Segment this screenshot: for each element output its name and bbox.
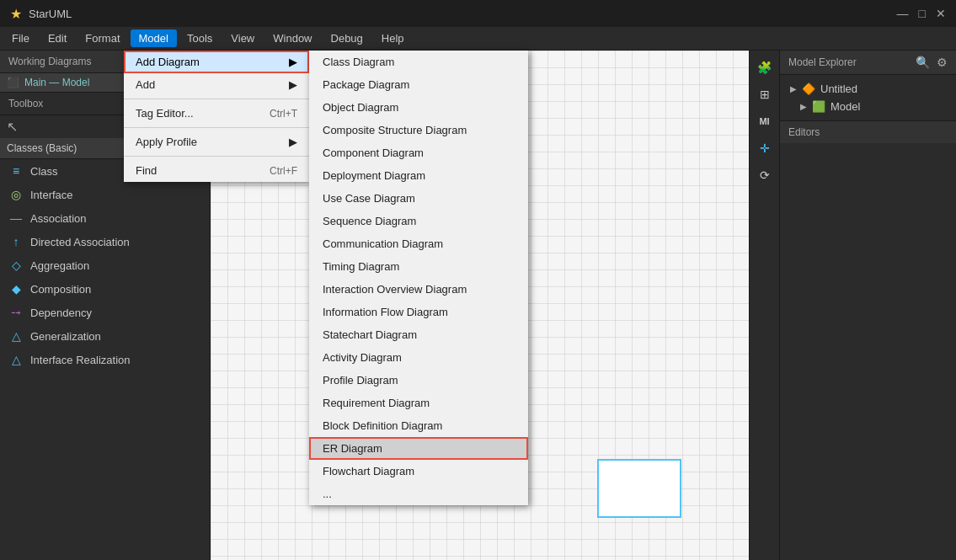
tree-arrow-untitled: ▶ (790, 84, 797, 93)
menu-model[interactable]: Model (131, 29, 177, 47)
grid-button[interactable]: ⊞ (753, 83, 777, 106)
generalization-tool-label: Generalization (30, 330, 101, 343)
cursor-icon: ↖ (7, 119, 18, 135)
model-menu-add[interactable]: Add ▶ (124, 73, 309, 96)
toolbox-label: Toolbox (8, 98, 43, 109)
right-panel: Model Explorer 🔍 ⚙ ▶ 🔶 Untitled ▶ 🟩 Mode… (779, 51, 956, 560)
classes-basic-label: Classes (Basic) (7, 142, 77, 154)
toolbox-item-generalization[interactable]: △ Generalization (0, 324, 210, 348)
model-menu-apply-profile[interactable]: Apply Profile ▶ (124, 131, 309, 153)
diagram-requirement[interactable]: Requirement Diagram (309, 392, 528, 414)
model-menu-add-diagram[interactable]: Add Diagram ▶ (124, 51, 309, 73)
diagram-er[interactable]: ER Diagram (309, 437, 528, 460)
model-tree: ▶ 🔶 Untitled ▶ 🟩 Model (780, 75, 956, 120)
tree-item-model[interactable]: ▶ 🟩 Model (787, 98, 949, 115)
add-diagram-submenu: Class Diagram Package Diagram Object Dia… (309, 51, 528, 505)
directed-association-tool-icon: ↑ (8, 235, 24, 248)
menu-view[interactable]: View (222, 29, 263, 47)
menu-tools[interactable]: Tools (179, 29, 221, 47)
diagram-communication[interactable]: Communication Diagram (309, 232, 528, 255)
search-icon[interactable]: 🔍 (916, 56, 930, 69)
app-logo-icon: ★ (10, 6, 22, 22)
toolbox-item-composition[interactable]: ◆ Composition (0, 277, 210, 301)
aggregation-tool-label: Aggregation (30, 259, 89, 272)
diagram-profile[interactable]: Profile Diagram (309, 369, 528, 392)
interface-tool-label: Interface (30, 189, 73, 201)
toolbox-item-directed-association[interactable]: ↑ Directed Association (0, 230, 210, 253)
diagram-activity[interactable]: Activity Diagram (309, 346, 528, 369)
add-diagram-arrow: ▶ (289, 56, 297, 68)
menu-bar: File Edit Format Model Tools View Window… (0, 27, 956, 51)
add-diagram-label: Add Diagram (136, 56, 200, 68)
association-tool-icon: — (8, 211, 24, 225)
editors-header: Editors (780, 120, 956, 143)
generalization-tool-icon: △ (8, 329, 24, 343)
menu-file[interactable]: File (3, 29, 38, 47)
diagram-class[interactable]: Class Diagram (309, 51, 528, 73)
canvas-shape (597, 459, 681, 518)
association-tool-label: Association (30, 212, 86, 225)
tree-model-label: Model (830, 100, 860, 113)
diagram-more[interactable]: ... (309, 483, 528, 505)
model-explorer-icons: 🔍 ⚙ (916, 56, 948, 69)
menu-edit[interactable]: Edit (40, 29, 75, 47)
model-menu-tag-editor[interactable]: Tag Editor... Ctrl+T (124, 102, 309, 125)
cursor-toolbar-button[interactable]: ✛ (753, 136, 777, 160)
title-bar-left: ★ StarUML (10, 6, 72, 22)
diagram-object[interactable]: Object Diagram (309, 96, 528, 119)
diagram-composite-structure[interactable]: Composite Structure Diagram (309, 119, 528, 141)
interface-tool-icon: ◎ (8, 188, 24, 201)
toolbox-item-dependency[interactable]: ⤍ Dependency (0, 301, 210, 324)
composition-tool-label: Composition (30, 283, 91, 296)
gear-icon[interactable]: ⚙ (937, 56, 948, 69)
share-button[interactable]: ⟳ (753, 163, 777, 187)
diagram-statechart[interactable]: Statechart Diagram (309, 323, 528, 346)
directed-association-tool-label: Directed Association (30, 236, 130, 248)
aggregation-tool-icon: ◇ (8, 259, 24, 272)
composition-tool-icon: ◆ (8, 282, 24, 296)
menu-divider-2 (124, 127, 309, 128)
model-menu-find[interactable]: Find Ctrl+F (124, 159, 309, 182)
diagram-flowchart[interactable]: Flowchart Diagram (309, 460, 528, 483)
add-arrow: ▶ (289, 78, 297, 91)
tag-editor-label: Tag Editor... (136, 107, 194, 120)
diagram-use-case[interactable]: Use Case Diagram (309, 187, 528, 210)
minimize-button[interactable]: — (897, 7, 909, 20)
diagram-information-flow[interactable]: Information Flow Diagram (309, 301, 528, 323)
menu-debug[interactable]: Debug (323, 29, 371, 47)
dependency-tool-label: Dependency (30, 307, 92, 319)
diagram-timing[interactable]: Timing Diagram (309, 255, 528, 278)
diagram-package[interactable]: Package Diagram (309, 73, 528, 96)
interface-realization-tool-label: Interface Realization (30, 354, 131, 366)
menu-divider-3 (124, 156, 309, 157)
apply-profile-label: Apply Profile (136, 136, 197, 148)
maximize-button[interactable]: □ (919, 7, 926, 20)
right-toolbar: 🧩 ⊞ MI ✛ ⟳ (749, 51, 779, 560)
toolbox-item-association[interactable]: — Association (0, 206, 210, 230)
diagram-deployment[interactable]: Deployment Diagram (309, 164, 528, 187)
toolbox-item-interface-realization[interactable]: △ Interface Realization (0, 348, 210, 371)
diagram-component[interactable]: Component Diagram (309, 141, 528, 164)
close-button[interactable]: ✕ (936, 7, 946, 20)
model-explorer-label: Model Explorer (788, 56, 857, 68)
tree-item-untitled[interactable]: ▶ 🔶 Untitled (787, 80, 949, 98)
diagram-interaction-overview[interactable]: Interaction Overview Diagram (309, 278, 528, 301)
tree-arrow-model: ▶ (800, 102, 807, 111)
puzzle-button[interactable]: 🧩 (753, 56, 777, 79)
apply-profile-arrow: ▶ (289, 136, 297, 148)
diagram-sequence[interactable]: Sequence Diagram (309, 210, 528, 232)
find-shortcut: Ctrl+F (270, 165, 297, 177)
add-label: Add (136, 78, 155, 91)
mi-button[interactable]: MI (753, 109, 777, 133)
menu-help[interactable]: Help (373, 29, 413, 47)
dependency-tool-icon: ⤍ (8, 306, 24, 319)
menu-window[interactable]: Window (264, 29, 320, 47)
editors-label: Editors (788, 126, 820, 138)
toolbox-item-aggregation[interactable]: ◇ Aggregation (0, 253, 210, 277)
diagram-block-definition[interactable]: Block Definition Diagram (309, 414, 528, 437)
toolbox-item-interface[interactable]: ◎ Interface (0, 183, 210, 206)
window-controls[interactable]: — □ ✕ (897, 7, 946, 20)
model-explorer-header: Model Explorer 🔍 ⚙ (780, 51, 956, 75)
model-menu: Add Diagram ▶ Add ▶ Tag Editor... Ctrl+T… (124, 51, 309, 182)
menu-format[interactable]: Format (77, 29, 128, 47)
